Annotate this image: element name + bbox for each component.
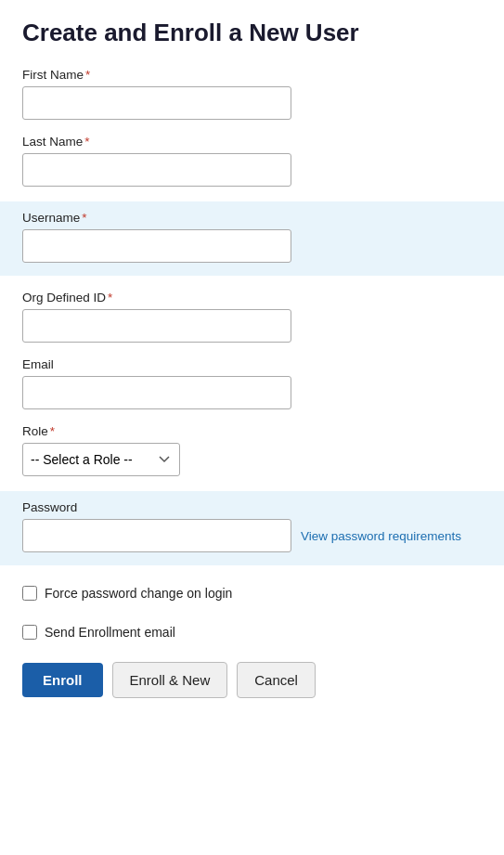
first-name-label: First Name* [22,68,482,82]
force-password-group: Force password change on login [22,580,482,606]
org-defined-id-group: Org Defined ID* [22,291,482,343]
last-name-group: Last Name* [22,135,482,187]
username-input[interactable] [22,229,291,263]
password-group: Password View password requirements [0,491,504,565]
enroll-button[interactable]: Enroll [22,663,103,697]
send-enrollment-label[interactable]: Send Enrollment email [45,625,175,640]
email-label: Email [22,357,482,371]
username-group: Username* [0,201,504,276]
page-title: Create and Enroll a New User [22,19,482,47]
role-group: Role* -- Select a Role -- [22,424,482,476]
view-password-requirements-link[interactable]: View password requirements [301,529,461,543]
enroll-new-button[interactable]: Enroll & New [112,662,228,698]
email-group: Email [22,357,482,409]
button-row: Enroll Enroll & New Cancel [22,662,482,698]
last-name-input[interactable] [22,153,291,187]
password-label: Password [22,500,482,514]
form-container: Create and Enroll a New User First Name*… [0,0,504,720]
force-password-checkbox[interactable] [22,586,37,601]
first-name-input[interactable] [22,86,291,120]
password-input[interactable] [22,519,291,552]
send-enrollment-checkbox[interactable] [22,625,37,640]
org-defined-id-label: Org Defined ID* [22,291,482,304]
org-defined-id-input[interactable] [22,309,291,343]
first-name-group: First Name* [22,68,482,120]
force-password-label[interactable]: Force password change on login [45,586,232,601]
cancel-button[interactable]: Cancel [237,662,316,698]
role-label: Role* [22,424,482,438]
username-label: Username* [22,211,482,225]
last-name-label: Last Name* [22,135,482,149]
role-select[interactable]: -- Select a Role -- [22,443,180,476]
email-input[interactable] [22,376,291,409]
send-enrollment-group: Send Enrollment email [22,619,482,645]
password-row: View password requirements [22,519,482,552]
